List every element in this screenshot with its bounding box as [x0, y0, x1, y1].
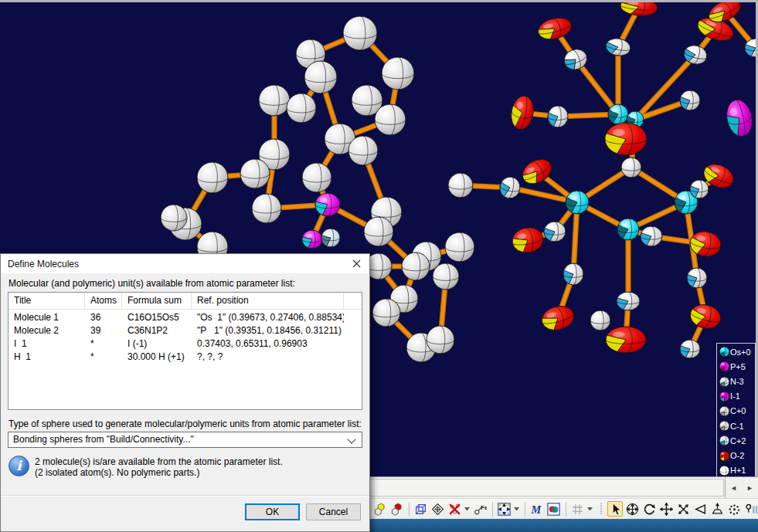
- table-cell: I (-1): [122, 338, 192, 351]
- table-cell: 36: [85, 312, 122, 325]
- column-header-filler: [344, 293, 362, 309]
- table-row[interactable]: Molecule 239C36N1P2"P 1" (0.39351, 0.184…: [8, 325, 362, 338]
- table-cell: Molecule 1: [8, 312, 85, 325]
- add-element-icon[interactable]: Fe: [472, 501, 488, 517]
- dialog-separator: [1, 495, 369, 496]
- rotate-tool-icon[interactable]: [641, 501, 657, 517]
- table-cell: C16O15Os5: [122, 312, 192, 325]
- column-header-title[interactable]: Title: [8, 293, 85, 309]
- draw-rings-icon[interactable]: [372, 501, 387, 517]
- table-cell: C36N1P2: [122, 325, 192, 338]
- legend-item: N-3: [717, 374, 755, 388]
- table-cell: "P 1" (0.39351, 0.18456, 0.31211): [192, 325, 344, 338]
- atom-ball-icon: [719, 465, 730, 476]
- zoom-tool-icon[interactable]: [675, 501, 691, 517]
- combobox-value: Bonding spheres from "Build/Connectivity…: [13, 434, 194, 445]
- delete-atoms-icon[interactable]: [447, 501, 462, 517]
- info-line-2: (2 isolated atom(s). No polymeric parts.…: [35, 467, 283, 478]
- table-cell: *: [85, 338, 122, 351]
- toolbar-separator: [492, 502, 493, 517]
- atom-ball-icon: [719, 376, 730, 388]
- legend-item: H+1: [717, 463, 755, 477]
- delete-rings-icon[interactable]: [389, 501, 404, 517]
- window-top-edge: [0, 0, 758, 2]
- toolbar-separator: [525, 502, 525, 517]
- legend-label: Os+0: [730, 347, 751, 357]
- atom-ball-icon: [719, 346, 730, 357]
- tilt-tool-icon[interactable]: [709, 501, 725, 517]
- atom-ball-icon: [719, 450, 730, 462]
- pan-tool-icon[interactable]: [624, 501, 640, 517]
- legend-item: C-1: [717, 419, 755, 433]
- legend-item: P+5: [717, 360, 755, 374]
- table-cell: 0.37403, 0.65311, 0.96903: [192, 338, 344, 351]
- legend-item: Os+0: [717, 345, 755, 359]
- table-cell: I 1: [8, 338, 85, 351]
- legend-label: H+1: [730, 466, 746, 475]
- chevron-down-icon: [347, 435, 355, 443]
- define-molecules-dialog: Define Molecules Molecular (and polymeri…: [0, 253, 370, 532]
- info-line-1: 2 molecule(s) is/are available from the …: [35, 456, 283, 467]
- legend-label: C-1: [730, 422, 744, 431]
- picture-mode-icon[interactable]: [546, 501, 561, 517]
- column-header-formula[interactable]: Formula sum: [122, 293, 192, 309]
- legend-label: I-1: [730, 391, 740, 401]
- legend-label: P+5: [730, 362, 746, 371]
- animation-tool-icon[interactable]: [743, 501, 758, 517]
- list-header: Title Atoms Formula sum Ref. position: [8, 293, 362, 310]
- legend-item: C+0: [717, 404, 755, 418]
- perspective-tool-icon[interactable]: [692, 501, 708, 517]
- toolbar-separator: [566, 502, 566, 517]
- dropdown-arrow-icon[interactable]: [464, 501, 471, 517]
- move-atoms-icon[interactable]: [496, 501, 512, 517]
- dialog-titlebar[interactable]: Define Molecules: [1, 254, 369, 273]
- ok-button[interactable]: OK: [245, 503, 300, 520]
- legend-item: C+2: [717, 434, 755, 448]
- legend-label: N-3: [730, 377, 744, 386]
- table-cell: ?, ?, ?: [192, 351, 344, 364]
- table-cell: *: [85, 351, 122, 364]
- molecule-list[interactable]: Title Atoms Formula sum Ref. position Mo…: [8, 292, 362, 410]
- dropdown-arrow-icon[interactable]: [513, 501, 520, 517]
- scroll-right-icon[interactable]: ►: [744, 484, 756, 492]
- toolbar-drag-handle[interactable]: [598, 501, 604, 517]
- spin-tool-icon[interactable]: [726, 501, 742, 517]
- table-cell: "Os 1" (0.39673, 0.27406, 0.88534): [192, 312, 344, 325]
- scroll-left-icon[interactable]: ◄: [728, 484, 740, 492]
- table-cell: 30.000 H (+1): [122, 351, 192, 364]
- unit-cell-icon[interactable]: [413, 501, 428, 517]
- table-row[interactable]: Molecule 136C16O15Os5"Os 1" (0.39673, 0.…: [8, 312, 362, 325]
- sphere-type-label: Type of sphere used to generate molecula…: [8, 418, 362, 429]
- svg-text:Fe: Fe: [481, 503, 487, 510]
- close-icon[interactable]: [343, 254, 369, 273]
- toolbar-separator: [409, 502, 410, 517]
- atom-ball-icon: [719, 361, 730, 372]
- info-icon: i: [8, 456, 29, 476]
- dropdown-arrow-icon[interactable]: [586, 501, 593, 517]
- atom-ball-icon: [719, 420, 730, 432]
- molecule-mode-icon[interactable]: M: [529, 501, 544, 517]
- cancel-button[interactable]: Cancel: [306, 503, 361, 520]
- select-tool-icon[interactable]: [607, 501, 623, 517]
- grid-icon[interactable]: [569, 501, 585, 517]
- crystal-plane-icon[interactable]: [430, 501, 445, 517]
- svg-text:M: M: [530, 503, 542, 515]
- legend-item: I-1: [717, 389, 755, 403]
- list-label: Molecular (and polymeric) unit(s) availa…: [8, 278, 295, 289]
- column-header-ref[interactable]: Ref. position: [192, 293, 344, 309]
- table-row[interactable]: I 1*I (-1)0.37403, 0.65311, 0.96903: [8, 338, 362, 351]
- atom-ball-icon: [719, 391, 730, 402]
- column-header-atoms[interactable]: Atoms: [85, 293, 122, 309]
- table-cell: 39: [85, 325, 122, 338]
- scrollbar-arrow-box: ◄ ►: [725, 477, 758, 498]
- atom-ball-icon: [719, 435, 730, 446]
- dialog-title: Define Molecules: [1, 259, 79, 269]
- sphere-type-combobox[interactable]: Bonding spheres from "Build/Connectivity…: [8, 432, 362, 448]
- atom-type-legend: Os+0P+5N-3I-1C+0C-1C+2O-2H+1: [716, 343, 756, 479]
- table-row[interactable]: H 1*30.000 H (+1)?, ?, ?: [8, 351, 362, 364]
- legend-label: C+0: [730, 406, 746, 415]
- atom-ball-icon: [719, 405, 730, 417]
- shift-tool-icon[interactable]: [658, 501, 674, 517]
- info-message: 2 molecule(s) is/are available from the …: [35, 456, 283, 478]
- table-cell: H 1: [8, 351, 85, 364]
